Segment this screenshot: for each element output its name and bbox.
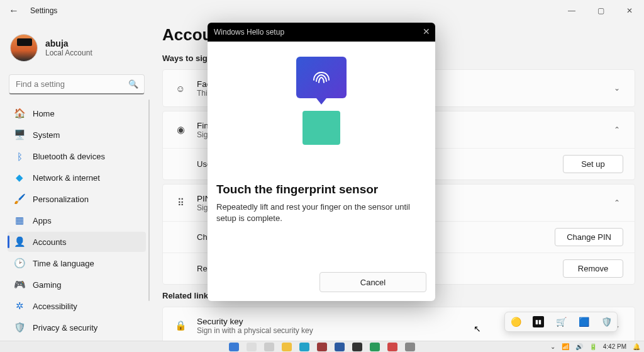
nav-label: Gaming [33,280,62,290]
nav-label: Home [33,109,55,118]
app-icon[interactable] [352,343,362,351]
nav-system[interactable]: 🖥️System [8,125,146,145]
cart-icon[interactable]: 🛒 [555,316,567,327]
search-icon: 🔍 [128,79,138,89]
apps-icon: ▦ [14,215,25,226]
home-icon: 🏠 [14,108,25,119]
dialog-body-text: Repeatedly lift and rest your finger on … [216,202,426,224]
gamepad-icon: 🎮 [14,279,25,290]
dialog-title: Windows Hello setup [214,28,284,37]
explorer-icon[interactable] [282,343,292,351]
tray-overflow-popup[interactable]: 🟡 ▮▮ 🛒 🟦 🛡️ [504,312,618,332]
nav-label: Personalization [33,195,89,204]
security-icon[interactable]: 🛡️ [601,316,612,327]
volume-icon[interactable]: 🔊 [575,343,583,350]
nav-label: Privacy & security [33,323,97,332]
taskview-icon[interactable] [264,343,274,351]
nav: 🏠Home 🖥️System ᛒBluetooth & devices ◆Net… [8,103,146,352]
chevron-up-icon: ⌃ [611,125,623,134]
chevron-down-icon: ⌄ [611,84,623,93]
nav-label: Bluetooth & devices [33,152,105,161]
brush-icon: 🖌️ [14,193,25,205]
person-icon: 👤 [14,236,25,247]
system-icon: 🖥️ [14,129,25,140]
nav-personalization[interactable]: 🖌️Personalization [8,189,146,209]
search-field[interactable]: 🔍 [9,74,145,94]
dialog-titlebar: Windows Hello setup ✕ [208,23,435,42]
clock-icon: 🕑 [14,258,25,269]
nav-network[interactable]: ◆Network & internet [8,167,146,188]
cancel-button[interactable]: Cancel [319,272,426,292]
nav-gaming[interactable]: 🎮Gaming [8,275,146,295]
bluetooth-icon: ᛒ [14,150,25,162]
app-icon[interactable] [317,343,327,351]
battery-icon[interactable]: 🔋 [589,343,597,350]
maximize-button[interactable]: ▢ [586,0,615,21]
clock[interactable]: 4:42 PM [603,343,626,350]
nav-label: Network & internet [33,173,100,183]
face-icon: ☺ [174,83,187,94]
lock-icon: 🔒 [174,320,187,331]
app-icon[interactable] [370,343,380,351]
windows-hello-setup-dialog: Windows Hello setup ✕ Touch the fingerpr… [208,23,435,301]
shield-icon: 🛡️ [14,322,25,333]
search-icon[interactable] [247,343,257,351]
setup-button[interactable]: Set up [563,155,623,173]
minimize-button[interactable]: — [557,0,586,21]
chevron-up-icon: ⌃ [611,198,623,207]
chrome-icon[interactable]: 🟡 [510,316,521,327]
fingerprint-badge-icon [296,57,347,98]
user-subtitle: Local Account [45,48,92,57]
wifi-icon[interactable]: 📶 [562,343,569,350]
sidebar: abuja Local Account 🔍 🏠Home 🖥️System ᛒBl… [0,24,151,341]
screen-icon[interactable]: 🟦 [578,316,589,327]
taskbar-center [229,343,415,351]
tray-chevron-icon[interactable]: ⌄ [550,343,555,350]
dialog-close-button[interactable]: ✕ [423,26,430,37]
nav-label: Accounts [33,237,66,247]
nav-label: Apps [33,216,52,225]
remove-button[interactable]: Remove [563,259,623,278]
close-button[interactable]: ✕ [615,0,644,21]
app-icon[interactable] [405,343,415,351]
equalizer-icon[interactable]: ▮▮ [533,316,544,327]
dialog-heading: Touch the fingerprint sensor [216,183,378,196]
nav-privacy[interactable]: 🛡️Privacy & security [8,317,146,338]
fingerprint-icon: ◉ [174,124,187,135]
taskbar[interactable]: ⌄ 📶 🔊 🔋 4:42 PM 🔔 [0,341,644,352]
edge-icon[interactable] [299,343,309,351]
nav-accessibility[interactable]: ✲Accessibility [8,296,146,316]
avatar [10,34,38,62]
window-title: Settings [30,6,57,15]
nav-apps[interactable]: ▦Apps [8,210,146,230]
sidebar-scrollbar[interactable] [148,99,150,301]
nav-accounts[interactable]: 👤Accounts [8,232,146,252]
user-name: abuja [45,38,92,48]
user-block[interactable]: abuja Local Account [8,30,146,71]
nav-home[interactable]: 🏠Home [8,103,146,123]
network-icon: ◆ [14,172,25,183]
change-pin-button[interactable]: Change PIN [555,228,623,246]
nav-label: System [33,130,60,140]
app-icon[interactable] [335,343,345,351]
accessibility-icon: ✲ [14,300,25,312]
nav-bluetooth[interactable]: ᛒBluetooth & devices [8,146,146,166]
nav-time[interactable]: 🕑Time & language [8,253,146,273]
nav-label: Accessibility [33,302,77,311]
sensor-graphic [303,111,340,145]
titlebar: ← Settings — ▢ ✕ [0,0,644,21]
app-icon[interactable] [387,343,397,351]
back-button[interactable]: ← [6,3,21,18]
taskbar-right[interactable]: ⌄ 📶 🔊 🔋 4:42 PM 🔔 [550,343,640,350]
search-input[interactable] [9,74,145,94]
keypad-icon: ⠿ [174,197,187,208]
notifications-icon[interactable]: 🔔 [633,343,640,350]
nav-label: Time & language [33,259,94,268]
start-icon[interactable] [229,343,239,351]
